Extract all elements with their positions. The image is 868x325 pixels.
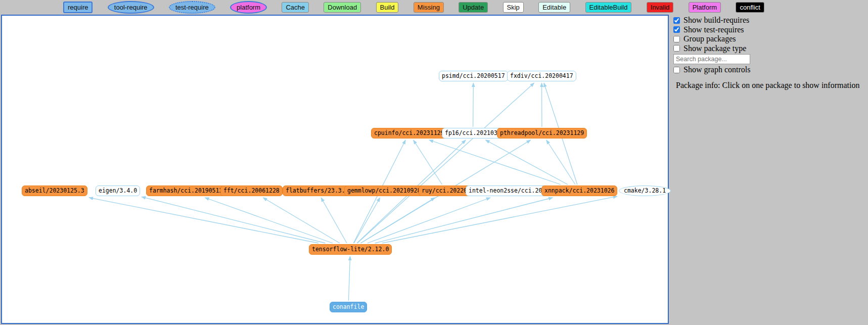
legend-item-cache: Cache: [282, 2, 309, 13]
edge-tensorflow-lite-to-abseil: [89, 198, 318, 243]
search-input[interactable]: [673, 54, 750, 64]
dependency-edges: [2, 16, 668, 323]
edge-tensorflow-lite-to-intel-neon2sse: [368, 198, 490, 243]
checkbox-show-build-requires[interactable]: [673, 17, 680, 24]
checkbox-show-test-requires[interactable]: [673, 26, 680, 33]
legend-item-download: Download: [324, 2, 361, 13]
node-flatbuffers[interactable]: flatbuffers/23.3.3: [283, 185, 352, 196]
edge-tensorflow-lite-to-ruy: [360, 198, 435, 243]
checkbox-group-packages[interactable]: [673, 36, 680, 42]
legend-item-missing: Missing: [414, 2, 444, 13]
legend-item-conflict: conflict: [736, 2, 764, 13]
node-cpuinfo[interactable]: cpuinfo/cci.20231129: [371, 128, 447, 138]
option-label: Show build-requires: [683, 16, 749, 25]
node-eigen[interactable]: eigen/3.4.0: [96, 185, 140, 196]
node-abseil[interactable]: abseil/20230125.3: [22, 185, 87, 196]
edge-tensorflow-lite-to-flatbuffers: [321, 198, 347, 243]
node-pthreadpool[interactable]: pthreadpool/cci.20231129: [497, 128, 587, 138]
edge-fp16-to-psimd: [473, 83, 474, 127]
legend-item-skip: Skip: [503, 2, 524, 13]
options-bottom: Show graph controls: [673, 65, 865, 75]
legend-item-platform: Platform: [689, 2, 721, 13]
option-label: Group packages: [683, 34, 736, 43]
legend-item-invalid: Invalid: [647, 2, 674, 13]
options-top: Show build-requiresShow test-requiresGro…: [673, 16, 865, 53]
option-show-package-type[interactable]: Show package type: [673, 44, 865, 54]
option-label: Show graph controls: [683, 65, 750, 74]
edge-tensorflow-lite-to-cmake: [382, 196, 617, 243]
option-label: Show package type: [683, 44, 746, 53]
node-fp16[interactable]: fp16/cci.2021032: [442, 128, 504, 138]
node-fft[interactable]: fft/cci.20061228: [220, 185, 283, 196]
edge-tensorflow-lite-to-eigen: [142, 197, 325, 243]
legend-item-build: Build: [376, 2, 399, 13]
option-show-test-requires[interactable]: Show test-requires: [673, 25, 865, 35]
legend-item-editable: Editable: [538, 2, 570, 13]
checkbox-show-graph-controls[interactable]: [673, 67, 680, 73]
node-fxdiv[interactable]: fxdiv/cci.20200417: [507, 71, 576, 81]
node-psimd[interactable]: psimd/cci.20200517: [439, 71, 508, 81]
dependency-graph-panel[interactable]: psimd/cci.20200517fxdiv/cci.20200417cpui…: [1, 15, 669, 324]
node-tensorflow-lite[interactable]: tensorflow-lite/2.12.0: [309, 244, 392, 255]
edge-xnnpack-to-cpuinfo: [429, 140, 561, 184]
edge-tensorflow-lite-to-xnnpack: [375, 198, 553, 243]
graph-options-sidebar: Show build-requiresShow test-requiresGro…: [673, 16, 865, 90]
edge-xnnpack-to-pthreadpool: [546, 140, 575, 184]
option-show-graph-controls[interactable]: Show graph controls: [673, 65, 865, 75]
legend-item-tool-require: tool-require: [108, 1, 154, 14]
node-cmake[interactable]: cmake/3.28.1: [619, 185, 671, 196]
legend-item-update: Update: [459, 2, 488, 13]
edge-tensorflow-lite-to-fxdiv: [357, 83, 534, 243]
edge-tensorflow-lite-to-fft: [263, 198, 340, 243]
legend-bar: requiretool-requiretest-requireplatformC…: [0, 0, 868, 15]
legend-item-require: require: [63, 2, 93, 13]
option-show-build-requires[interactable]: Show build-requires: [673, 16, 865, 25]
node-gemmlowp[interactable]: gemmlowp/cci.20210928: [344, 185, 424, 196]
checkbox-show-package-type[interactable]: [673, 45, 680, 52]
edge-tensorflow-lite-to-gemmlowp: [354, 198, 380, 243]
package-info-hint: Package info: Click on one package to sh…: [673, 81, 865, 90]
edge-tensorflow-lite-to-farmhash: [205, 198, 333, 243]
option-group-packages[interactable]: Group packages: [673, 34, 865, 44]
legend-item-test-require: test-require: [169, 1, 215, 14]
option-label: Show test-requires: [683, 25, 744, 34]
legend-item-editablebuild: EditableBuild: [585, 2, 632, 13]
node-farmhash[interactable]: farmhash/cci.20190513: [146, 185, 225, 196]
node-xnnpack[interactable]: xnnpack/cci.20231026: [541, 185, 617, 196]
edge-xnnpack-to-fp16: [485, 140, 567, 184]
node-conanfile[interactable]: conanfile: [330, 302, 367, 312]
node-intel-neon2sse[interactable]: intel-neon2sse/cci.2021: [466, 185, 552, 196]
legend-item-platform: platform: [230, 1, 267, 14]
edge-ruy-to-cpuinfo: [414, 140, 442, 184]
edge-conanfile-to-tensorflow-lite: [348, 256, 350, 301]
